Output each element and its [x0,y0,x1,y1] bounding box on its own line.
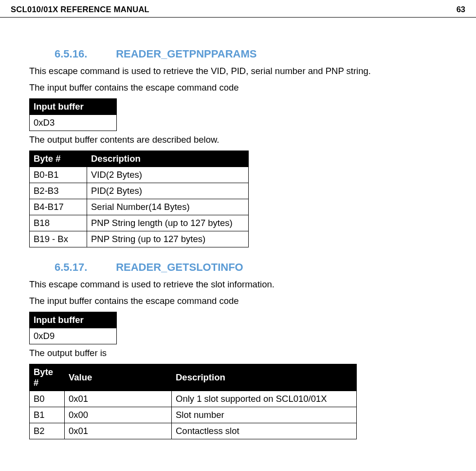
body-paragraph: The input buffer contains the escape com… [29,295,465,307]
page-header: SCL010/01X REFERENCE MANUAL 63 [0,0,476,18]
table-header-cell: Byte # [30,151,87,167]
table-header-cell: Byte # [30,364,65,391]
body-paragraph: This escape command is used to retrieve … [29,65,465,77]
table-cell: VID(2 Bytes) [87,167,249,183]
table-cell: B1 [30,407,65,423]
output-buffer-table-1: Byte # Description B0-B1 VID(2 Bytes) B2… [29,151,249,247]
table-cell: B0 [30,391,65,407]
table-cell: B4-B17 [30,199,87,215]
table-cell: Serial Number(14 Bytes) [87,199,249,215]
table-row: B4-B17 Serial Number(14 Bytes) [30,199,249,215]
table-cell: B2 [30,423,65,439]
table-header-cell: Description [172,364,357,391]
input-buffer-table-1: Input buffer 0xD3 [29,98,117,131]
table-cell: B19 - Bx [30,231,87,247]
table-cell: 0xD9 [30,328,117,344]
header-title: SCL010/01X REFERENCE MANUAL [11,5,149,14]
table-cell: 0x00 [65,407,172,423]
table-cell: 0x01 [65,423,172,439]
header-page-number: 63 [457,5,465,14]
section-number: 6.5.17. [55,261,113,274]
table-row: B2-B3 PID(2 Bytes) [30,183,249,199]
table-cell: B0-B1 [30,167,87,183]
table-row: B2 0x01 Contactless slot [30,423,357,439]
section-title: READER_GETSLOTINFO [116,261,243,273]
body-paragraph: The input buffer contains the escape com… [29,82,465,94]
table-row: B1 0x00 Slot number [30,407,357,423]
table-header-cell: Input buffer [30,99,117,115]
section-heading-1: 6.5.16. READER_GETPNPPARAMS [55,48,465,60]
table-row: B0-B1 VID(2 Bytes) [30,167,249,183]
table-cell: PID(2 Bytes) [87,183,249,199]
body-paragraph: The output buffer contents are described… [29,134,465,146]
table-cell: Slot number [172,407,357,423]
page-content: 6.5.16. READER_GETPNPPARAMS This escape … [0,48,476,439]
section-number: 6.5.16. [55,48,113,60]
table-header-cell: Input buffer [30,312,117,328]
input-buffer-table-2: Input buffer 0xD9 [29,312,117,344]
table-cell: Only 1 slot supported on SCL010/01X [172,391,357,407]
body-paragraph: This escape command is used to retrieve … [29,279,465,290]
table-header-cell: Value [65,364,172,391]
table-cell: PNP String (up to 127 bytes) [87,231,249,247]
table-cell: 0xD3 [30,115,117,131]
table-cell: PNP String length (up to 127 bytes) [87,215,249,231]
table-row: B0 0x01 Only 1 slot supported on SCL010/… [30,391,357,407]
table-cell: B2-B3 [30,183,87,199]
table-cell: 0x01 [65,391,172,407]
table-cell: Contactless slot [172,423,357,439]
table-row: B18 PNP String length (up to 127 bytes) [30,215,249,231]
output-buffer-table-2: Byte # Value Description B0 0x01 Only 1 … [29,364,357,439]
table-header-cell: Description [87,151,249,167]
table-cell: B18 [30,215,87,231]
section-title: READER_GETPNPPARAMS [116,48,256,60]
body-paragraph: The output buffer is [29,347,465,359]
section-heading-2: 6.5.17. READER_GETSLOTINFO [55,261,465,274]
table-row: B19 - Bx PNP String (up to 127 bytes) [30,231,249,247]
